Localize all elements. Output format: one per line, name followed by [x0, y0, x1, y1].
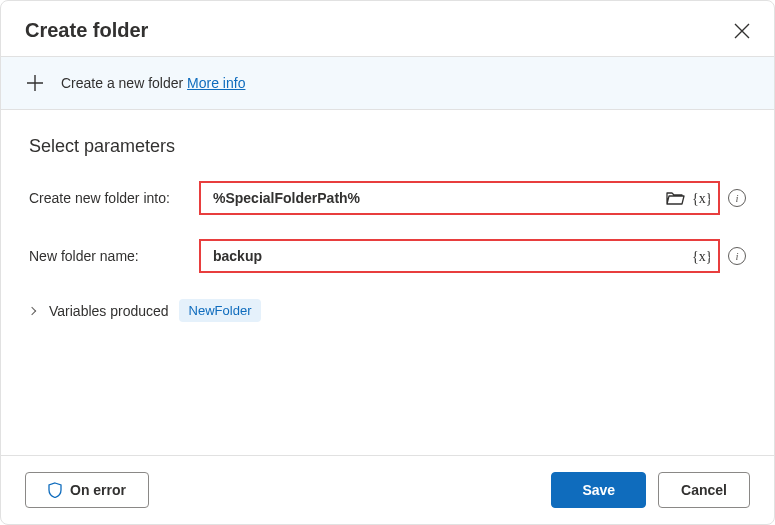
browse-folder-button[interactable] — [666, 190, 686, 206]
dialog-footer: On error Save Cancel — [1, 455, 774, 524]
close-button[interactable] — [734, 23, 750, 39]
variable-icon: {x} — [692, 190, 710, 206]
cancel-button[interactable]: Cancel — [658, 472, 750, 508]
variables-produced-row: Variables produced NewFolder — [29, 299, 746, 322]
svg-text:{x}: {x} — [692, 191, 710, 206]
info-bar-desc: Create a new folder — [61, 75, 187, 91]
variable-picker-button-1[interactable]: {x} — [692, 190, 710, 206]
section-heading: Select parameters — [29, 136, 746, 157]
variables-produced-label: Variables produced — [49, 303, 169, 319]
svg-text:{x}: {x} — [692, 249, 710, 264]
folder-into-field-wrapper: {x} — [199, 181, 720, 215]
variable-picker-button-2[interactable]: {x} — [692, 248, 710, 264]
chevron-right-icon[interactable] — [28, 306, 36, 314]
info-icon-2[interactable]: i — [728, 247, 746, 265]
on-error-button[interactable]: On error — [25, 472, 149, 508]
info-bar: Create a new folder More info — [1, 56, 774, 110]
on-error-label: On error — [70, 482, 126, 498]
variable-icon: {x} — [692, 248, 710, 264]
dialog-header: Create folder — [1, 1, 774, 56]
info-icon-1[interactable]: i — [728, 189, 746, 207]
param-label-folder-into: Create new folder into: — [29, 190, 199, 206]
info-bar-text: Create a new folder More info — [61, 75, 245, 91]
content-area: Select parameters Create new folder into… — [1, 110, 774, 455]
folder-open-icon — [666, 190, 686, 206]
save-button[interactable]: Save — [551, 472, 646, 508]
shield-icon — [48, 482, 62, 498]
more-info-link[interactable]: More info — [187, 75, 245, 91]
folder-into-input[interactable] — [211, 189, 660, 207]
param-row-folder-name: New folder name: {x} i — [29, 239, 746, 273]
folder-name-input[interactable] — [211, 247, 686, 265]
param-row-folder-into: Create new folder into: {x} i — [29, 181, 746, 215]
dialog-title: Create folder — [25, 19, 148, 42]
close-icon — [734, 23, 750, 39]
plus-icon — [25, 73, 45, 93]
variable-tag[interactable]: NewFolder — [179, 299, 262, 322]
param-label-folder-name: New folder name: — [29, 248, 199, 264]
folder-name-field-wrapper: {x} — [199, 239, 720, 273]
